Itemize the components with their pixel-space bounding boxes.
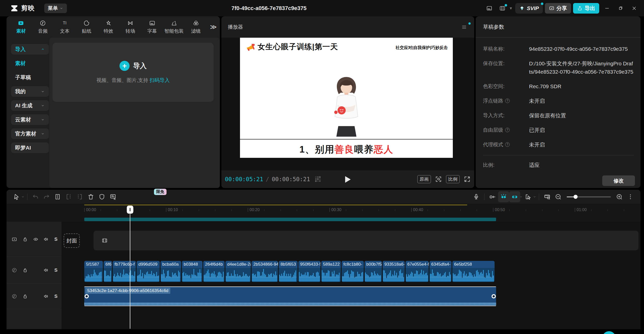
undo-button[interactable] [30,191,41,202]
minimize-button[interactable] [601,3,613,14]
original-quality-button[interactable]: 原画 [417,175,431,183]
tab-captions[interactable]: 字幕 [141,16,163,38]
tab-sticker[interactable]: 贴纸 [76,16,98,38]
lock-icon[interactable] [22,267,28,273]
play-button[interactable] [343,175,353,184]
help-icon[interactable]: ? [505,99,510,103]
sidebar-item-mine[interactable]: 我的 [11,86,49,97]
clip-trim-handle-right[interactable] [492,294,496,299]
audio-clip[interactable]: d4ee1d8e-2a [225,261,251,282]
floating-assistant-button[interactable] [602,331,616,334]
preview-zoom-button[interactable] [435,176,442,183]
solo-toggle[interactable]: S [54,267,58,273]
cursor-follow-toggle[interactable] [523,191,534,202]
mosaic-preview-button[interactable] [314,175,322,183]
timeline-zoom-out-button[interactable] [553,191,564,202]
audio-clip[interactable]: fc8c1b80- [342,261,364,282]
audio-clip[interactable]: 6f6 [104,261,112,282]
record-audio-button[interactable] [471,191,482,202]
mark-button[interactable] [96,191,107,202]
auto-move-button[interactable] [487,191,498,202]
tab-filters[interactable]: 滤镜 [185,16,207,38]
video-track-area[interactable] [94,231,638,250]
audio-clip[interactable]: 264f6d4b [203,261,225,282]
slider-knob[interactable] [574,195,578,199]
playhead-handle[interactable] [127,206,133,214]
close-button[interactable] [628,3,640,14]
caption-panel-button[interactable] [484,3,495,14]
delete-button[interactable] [85,191,96,202]
redo-button[interactable] [41,191,52,202]
smart-caption-clip-button[interactable] [107,191,118,202]
selected-audio-clip[interactable]: 53453c2e-1a27-4cbb-9906-a50616354c6d [84,287,496,306]
audio-clip[interactable]: 933518a6- [383,261,405,282]
ratio-button[interactable]: 比例 [446,175,460,183]
solo-toggle[interactable]: S [54,294,58,299]
solo-toggle[interactable]: S [54,236,58,242]
scan-import-link[interactable]: 扫码导入 [150,77,170,83]
share-button[interactable]: 分享 [545,3,571,14]
split-button[interactable] [52,191,63,202]
audio-clip[interactable]: b03848 [182,261,203,282]
more-tabs-button[interactable]: ≫ [207,16,220,38]
time-ruler[interactable]: 00:0000:1000:2000:3000:4000:5001:00 [84,206,640,216]
sidebar-item-ai-generate[interactable]: AI 生成 [11,100,49,111]
sidebar-item-dreamina-ai[interactable]: 即梦AI [11,142,49,153]
audio-clip[interactable]: b00b7f53- [365,261,382,282]
help-icon[interactable]: ? [505,128,510,132]
sidebar-item-cloud-material[interactable]: 云素材 [11,114,49,125]
export-button[interactable]: 导出 [573,3,599,14]
sidebar-item-import[interactable]: 导入 [11,44,49,55]
audio-clip[interactable]: d996d509 [137,261,160,282]
audio-clip[interactable]: 67e055e4-f [406,261,429,282]
sidebar-item-official-material[interactable]: 官方素材 [11,128,49,139]
audio-clip[interactable]: 2b534866-94 [252,261,278,282]
menu-button[interactable]: 菜单 [44,4,67,13]
tab-effects[interactable]: 特效 [98,16,119,38]
tab-audio[interactable]: 音频 [32,16,54,38]
timeline-zoom-in-button[interactable] [614,191,625,202]
trim-left-button[interactable] [63,191,74,202]
mute-icon[interactable] [43,267,49,273]
timeline-more-button[interactable] [625,191,636,202]
trim-right-button[interactable] [74,191,85,202]
visibility-icon[interactable] [33,236,38,242]
mute-icon[interactable] [43,236,49,242]
link-toggle[interactable] [509,191,520,202]
audio-clip[interactable]: 6345dfa4- [429,261,452,282]
lock-icon[interactable] [22,294,28,299]
import-dropzone[interactable]: + 导入 视频、音频、图片,支持 扫码导入 [53,43,214,102]
tab-text[interactable]: TI文本 [54,16,76,38]
sidebar-item-sub-draft[interactable]: 子草稿 [11,72,49,83]
audio-clip[interactable]: bcba60a [160,261,181,282]
tab-material[interactable]: 素材 [10,16,32,38]
import-action[interactable]: + 导入 [119,61,147,71]
preview-zoom-ruler-button[interactable] [542,191,553,202]
audio-clip[interactable]: 8b5f653 [279,261,298,282]
fullscreen-button[interactable] [464,176,471,183]
sidebar-item-material[interactable]: 素材 [11,58,49,69]
audio-clip[interactable]: 5f1587 [84,261,103,282]
modify-button[interactable]: 修改 [602,175,635,186]
restore-button[interactable] [615,3,626,14]
timeline-zoom-slider[interactable] [567,197,611,197]
cover-button[interactable]: 封面 [64,233,80,248]
tab-transition[interactable]: 转场 [119,16,141,38]
snap-toggle[interactable] [498,191,509,202]
audio-clip[interactable]: 589a122 [321,261,341,282]
audio-clip[interactable]: fb779c6b-f [113,261,136,282]
layout-caret-icon[interactable]: ▼ [509,6,513,10]
layout-switch-button[interactable] [497,3,508,14]
audio-clip[interactable]: 950f6433-5 [298,261,320,282]
help-icon[interactable]: ? [505,142,510,147]
select-tool-button[interactable] [11,191,22,202]
clip-trim-handle-left[interactable] [85,294,89,299]
lock-icon[interactable] [22,236,28,242]
mute-icon[interactable] [43,294,49,299]
svip-button[interactable]: SVIP [515,3,543,14]
tab-smart-pack[interactable]: 智能包装 [163,16,185,38]
player-menu-button[interactable] [461,24,467,30]
audio-clip[interactable]: 6e5bf258 [452,261,495,282]
video-canvas[interactable]: 女生心眼子训练|第一天 社交应对|自我保护|巧妙反击 1、别用善良喂养恶人 [240,38,453,158]
playhead[interactable] [130,207,130,329]
